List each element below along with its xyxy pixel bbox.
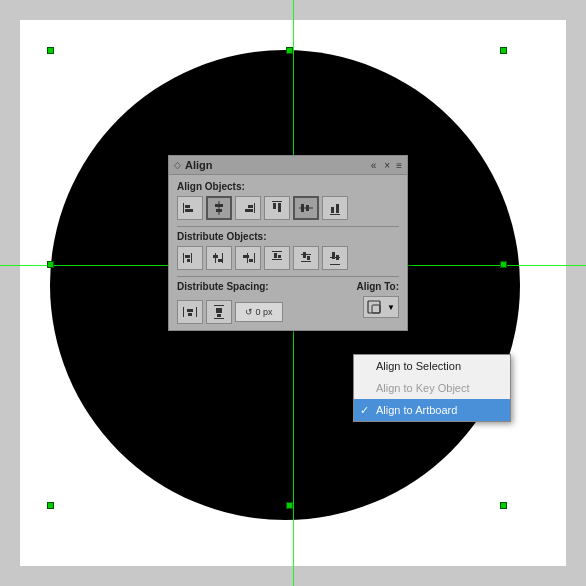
dist-center-v-button[interactable] xyxy=(293,246,319,270)
svg-rect-25 xyxy=(218,259,222,262)
divider-1 xyxy=(177,226,399,227)
panel-title-left: ◇ Align xyxy=(174,159,213,171)
svg-rect-19 xyxy=(191,253,192,263)
handle-ml xyxy=(47,261,54,268)
align-to-section: Align To: ▼ xyxy=(356,281,399,318)
dist-left-button[interactable] xyxy=(177,246,203,270)
align-objects-label: Align Objects: xyxy=(177,181,399,192)
dropdown-item-align-to-selection[interactable]: Align to Selection xyxy=(354,355,510,377)
dist-spacing-v-button[interactable] xyxy=(206,300,232,324)
svg-rect-0 xyxy=(183,203,184,213)
dist-spacing-h-button[interactable] xyxy=(177,300,203,324)
align-to-button[interactable]: ▼ xyxy=(363,296,399,318)
svg-rect-23 xyxy=(222,253,223,263)
svg-rect-43 xyxy=(196,307,197,317)
panel-body: Align Objects: xyxy=(169,175,407,330)
distribute-objects-buttons xyxy=(177,246,399,270)
handle-tr xyxy=(500,47,507,54)
align-top-button[interactable] xyxy=(264,196,290,220)
dist-center-h-button[interactable] xyxy=(206,246,232,270)
svg-rect-15 xyxy=(330,214,340,215)
align-to-artboard-label: Align to Artboard xyxy=(376,404,457,416)
svg-rect-10 xyxy=(273,203,276,209)
svg-rect-39 xyxy=(330,264,340,265)
checkmark-icon: ✓ xyxy=(360,404,369,417)
align-left-button[interactable] xyxy=(177,196,203,220)
svg-rect-44 xyxy=(187,309,193,312)
dropdown-item-align-to-artboard[interactable]: ✓ Align to Artboard xyxy=(354,399,510,421)
svg-rect-41 xyxy=(336,255,339,260)
dropdown-item-align-to-key-object: Align to Key Object xyxy=(354,377,510,399)
align-to-dropdown-arrow: ▼ xyxy=(387,303,395,312)
handle-br xyxy=(500,502,507,509)
svg-rect-21 xyxy=(187,259,190,262)
dist-right-button[interactable] xyxy=(235,246,261,270)
svg-rect-14 xyxy=(306,205,309,211)
svg-rect-27 xyxy=(254,253,255,263)
svg-rect-8 xyxy=(245,209,253,212)
distribute-spacing-section: Distribute Spacing: ↺ 0 px xyxy=(177,281,283,324)
distribute-spacing-label: Distribute Spacing: xyxy=(177,281,283,292)
svg-rect-4 xyxy=(215,204,223,207)
align-bottom-button[interactable] xyxy=(322,196,348,220)
svg-rect-28 xyxy=(243,255,249,258)
svg-rect-45 xyxy=(188,313,192,316)
handle-bl xyxy=(47,502,54,509)
svg-rect-29 xyxy=(249,259,253,262)
svg-rect-3 xyxy=(219,201,220,215)
svg-rect-17 xyxy=(336,204,339,213)
svg-rect-30 xyxy=(272,251,282,252)
svg-rect-51 xyxy=(372,305,380,313)
divider-2 xyxy=(177,276,399,277)
svg-rect-9 xyxy=(272,201,282,202)
svg-rect-49 xyxy=(217,314,221,317)
dist-top-button[interactable] xyxy=(264,246,290,270)
panel-title-bar: ◇ Align « × ≡ xyxy=(169,156,407,175)
align-panel: ◇ Align « × ≡ Align Objects: xyxy=(168,155,408,331)
handle-tl xyxy=(47,47,54,54)
svg-rect-42 xyxy=(183,307,184,317)
svg-rect-7 xyxy=(248,205,253,208)
svg-rect-33 xyxy=(278,255,281,258)
svg-rect-40 xyxy=(332,252,335,259)
handle-bm xyxy=(286,502,293,509)
align-to-selection-label: Align to Selection xyxy=(376,360,461,372)
svg-rect-13 xyxy=(301,204,304,212)
panel-menu-icon[interactable]: ≡ xyxy=(396,160,402,171)
spacing-input-field[interactable]: ↺ 0 px xyxy=(235,302,283,322)
bottom-row: Distribute Spacing: ↺ 0 px Align To: xyxy=(177,281,399,324)
spacing-refresh-icon: ↺ xyxy=(245,307,253,317)
svg-rect-47 xyxy=(214,318,224,319)
spacing-controls: ↺ 0 px xyxy=(177,300,283,324)
svg-rect-50 xyxy=(368,301,380,313)
align-center-v-button[interactable] xyxy=(293,196,319,220)
svg-rect-1 xyxy=(185,205,190,208)
svg-rect-46 xyxy=(214,305,224,306)
svg-rect-37 xyxy=(307,256,310,260)
align-to-key-object-label: Align to Key Object xyxy=(376,382,470,394)
svg-rect-11 xyxy=(278,203,281,212)
align-center-h-button[interactable] xyxy=(206,196,232,220)
align-objects-buttons xyxy=(177,196,399,220)
distribute-objects-label: Distribute Objects: xyxy=(177,231,399,242)
panel-controls: « × ≡ xyxy=(369,160,402,171)
svg-rect-32 xyxy=(274,253,277,258)
dist-bottom-button[interactable] xyxy=(322,246,348,270)
panel-close-button[interactable]: × xyxy=(382,160,392,171)
svg-rect-48 xyxy=(216,308,222,313)
handle-mr xyxy=(500,261,507,268)
svg-rect-24 xyxy=(213,255,218,258)
panel-diamond-icon: ◇ xyxy=(174,160,181,170)
svg-rect-18 xyxy=(183,253,184,263)
svg-rect-35 xyxy=(301,261,311,262)
spacing-value: 0 px xyxy=(255,307,272,317)
panel-collapse-button[interactable]: « xyxy=(369,160,379,171)
align-to-label: Align To: xyxy=(356,281,399,292)
svg-rect-5 xyxy=(216,209,222,212)
panel-title: Align xyxy=(185,159,213,171)
svg-rect-31 xyxy=(272,259,282,260)
svg-rect-20 xyxy=(185,255,190,258)
align-right-button[interactable] xyxy=(235,196,261,220)
svg-rect-6 xyxy=(254,203,255,213)
svg-rect-36 xyxy=(303,252,306,258)
